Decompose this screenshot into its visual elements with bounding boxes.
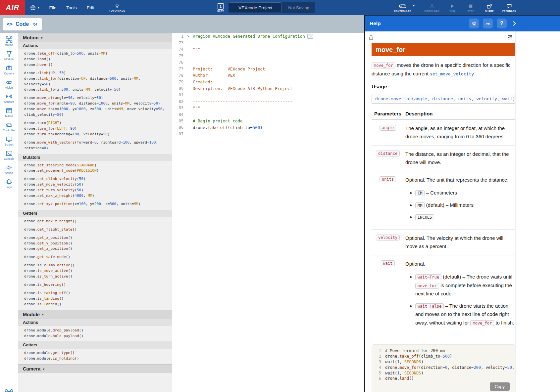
speaker-icon[interactable]	[32, 21, 38, 27]
chevron-down-icon: ▾	[38, 6, 39, 9]
palette-snippet[interactable]: drone.set_climb_velocity(50)	[18, 176, 172, 182]
palette-group-header: Getters	[18, 210, 172, 217]
palette-snippet[interactable]: drone.move_for(angle=90, distance=1000, …	[18, 101, 172, 107]
palette-snippet[interactable]: drone.get_x_position()	[18, 235, 172, 241]
parameter-chip: units	[380, 176, 396, 182]
sidebar-item-module[interactable]: Module	[0, 50, 18, 64]
palette-snippet[interactable]: drone.set_turn_velocity(50)	[18, 188, 172, 193]
stop-button[interactable]: STOP	[465, 3, 477, 12]
inline-code-chip: MM	[415, 202, 425, 208]
sidebar-item-logic[interactable]: Logic	[0, 178, 18, 192]
palette-group-header: Actions	[18, 42, 172, 49]
stop-icon	[468, 3, 474, 9]
palette-snippet[interactable]: drone.get_max_z_height()	[18, 219, 172, 224]
controller-button[interactable]: CONTROLLER	[394, 3, 412, 12]
parameter-description: Optional. The velocity at which the dron…	[405, 234, 515, 251]
parameter-cell: distance	[372, 150, 404, 167]
share-button[interactable]: SHARE	[484, 3, 495, 12]
copy-button[interactable]: Copy	[490, 382, 510, 391]
palette-snippet[interactable]: drone.move_to(x=1000, y=1000, z=500, uni…	[18, 107, 172, 118]
sidebar-item-vision[interactable]: Vision	[0, 78, 18, 93]
snippet-cluster: drone.climb(UP, 50)drone.climb_for(direc…	[18, 70, 172, 93]
sidebar-item-console[interactable]: Console	[0, 150, 18, 164]
menu-edit[interactable]: Edit	[87, 5, 94, 10]
sidebar-item-sound[interactable]: Sound	[0, 164, 18, 178]
sidebar-item-screen[interactable]: Screen	[0, 135, 18, 150]
parameter-row: distanceThe distance, as an integer or d…	[372, 146, 515, 171]
palette-snippet[interactable]: drone.is_landed()	[18, 302, 172, 307]
fold-arrow-icon[interactable]: >	[187, 34, 193, 38]
feedback-button[interactable]: FEEDBACK	[502, 3, 516, 12]
tutorials-button[interactable]: TUTORIALS	[109, 3, 125, 12]
unlock-icon[interactable]	[368, 34, 374, 40]
settings-gear-button[interactable]	[469, 19, 479, 28]
editor-code-text: drone.take_off(climb_to=500)	[193, 125, 263, 130]
palette-section-header[interactable]: Module▾	[18, 310, 172, 319]
sidebar-item-label: Macro	[5, 114, 13, 118]
sidebar-item-camera[interactable]: Camera	[0, 64, 18, 78]
palette-snippet[interactable]: drone.get_safe_mode()	[18, 254, 172, 260]
palette-snippet[interactable]: drone.take_off(climb_to=500, units=MM)	[18, 51, 172, 57]
slot-button[interactable]: 1 SLOT	[217, 3, 224, 12]
palette-snippet[interactable]: drone.is_turn_active()	[18, 274, 172, 280]
palette-snippet[interactable]: drone.get_z_position()	[18, 246, 172, 252]
palette-snippet[interactable]: drone.module.hold_payload()	[18, 333, 172, 339]
palette-snippet[interactable]: drone.set_xyz_position(x=100, y=200, z=3…	[18, 201, 172, 207]
collapse-panel-chevron-icon[interactable]	[511, 20, 518, 27]
dashboard-gauge-button[interactable]	[483, 19, 493, 28]
palette-snippet[interactable]: drone.move_with_vectors(forward=0, right…	[18, 140, 172, 151]
project-title[interactable]: VEXcode Project	[229, 2, 282, 13]
palette-snippet[interactable]: drone.climb_to(z=500, units=MM, velocity…	[18, 87, 172, 93]
palette-section-header[interactable]: Motion▾	[18, 33, 172, 42]
palette-snippet[interactable]: drone.climb_for(direction=UP, distance=5…	[18, 76, 172, 87]
palette-snippet[interactable]: drone.set_steering_mode(STANDARD)	[18, 163, 172, 168]
palette-snippet[interactable]: drone.land()	[18, 57, 172, 62]
example-code-text: wait(1, SECONDS)	[385, 360, 515, 364]
menu-file[interactable]: File	[49, 5, 57, 10]
inline-code-chip: INCHES	[415, 214, 434, 220]
outdent-icon[interactable]	[507, 34, 514, 41]
code-tab[interactable]: <> Code	[3, 18, 42, 30]
palette-snippet[interactable]: drone.is_taking_off()	[18, 290, 172, 296]
palette-snippet[interactable]: drone.is_climb_active()	[18, 263, 172, 268]
line-number: 2	[372, 354, 381, 359]
palette-section-header[interactable]: Camera▾	[18, 364, 172, 373]
language-menu[interactable]: ▾	[30, 5, 39, 11]
palette-snippet[interactable]: drone.turn_to(heading=180, velocity=50)	[18, 132, 172, 137]
palette-snippet[interactable]: drone.module.is_holding()	[18, 356, 172, 362]
parameter-row: angleThe angle, as an integer or float, …	[372, 120, 515, 146]
macro-icon	[5, 107, 13, 114]
chevron-down-icon[interactable]: ▾	[413, 4, 415, 7]
folded-region-ellipsis[interactable]: ···	[307, 34, 313, 39]
palette-snippet[interactable]: drone.module.drop_payload()	[18, 328, 172, 333]
sidebar-item-sensors[interactable]: Sensors	[0, 93, 18, 107]
palette-snippet[interactable]: drone.set_movement_mode(PRECISION)	[18, 168, 172, 174]
palette-snippet[interactable]: drone.climb(UP, 50)	[18, 70, 172, 76]
palette-snippet[interactable]: drone.set_move_velocity(50)	[18, 182, 172, 188]
palette-snippet[interactable]: drone.move_at(angle=90, velocity=50)	[18, 95, 172, 101]
sidebar-item-motion[interactable]: Motion	[0, 36, 18, 50]
run-button[interactable]: RUN	[447, 3, 458, 12]
palette-snippet[interactable]: drone.is_move_active()	[18, 268, 172, 274]
line-number: 75	[172, 54, 187, 58]
palette-snippet[interactable]: drone.turn_for(LEFT, 90)	[18, 126, 172, 132]
palette-snippet[interactable]: drone.turn(RIGHT)	[18, 120, 172, 126]
palette-snippet[interactable]: drone.get_flight_state()	[18, 227, 172, 233]
parameter-chip: distance	[376, 151, 400, 156]
palette-snippet[interactable]: drone.get_y_position()	[18, 241, 172, 246]
example-code-line: 6drone.land()	[372, 376, 515, 381]
palette-snippet[interactable]: drone.set_max_z_height(4000, MM)	[18, 193, 172, 199]
palette-snippet[interactable]: drone.is_landing()	[18, 296, 172, 302]
menu-tools[interactable]: Tools	[66, 5, 77, 10]
palette-snippet[interactable]: drone.module.get_type()	[18, 350, 172, 356]
sidebar-item-controller[interactable]: Controller	[0, 121, 18, 135]
line-number: 6	[372, 376, 381, 381]
sidebar-item-label: Motion	[5, 43, 13, 47]
help-question-button[interactable]: ?	[497, 19, 507, 28]
palette-snippet[interactable]: drone.hover()	[18, 62, 172, 68]
palette-snippet[interactable]: drone.is_hovering()	[18, 282, 172, 288]
snippet-cluster: drone.get_x_position()drone.get_y_positi…	[18, 235, 172, 252]
parameter-row: unitsOptional. The unit that represents …	[372, 171, 515, 230]
download-button[interactable]: DOWNLOAD	[425, 3, 439, 12]
sidebar-item-macro[interactable]: Macro	[0, 107, 18, 121]
